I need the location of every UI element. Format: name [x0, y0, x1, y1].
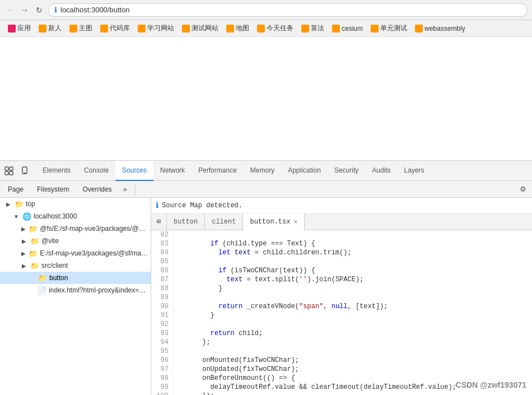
url-text: localhost:3000/button — [60, 6, 130, 14]
bookmark-apps[interactable]: 应用 — [4, 22, 34, 35]
sub-tab-page[interactable]: Page — [2, 181, 29, 198]
bookmark-cesium[interactable]: cesium — [329, 23, 366, 34]
sidebar-item-srcclient[interactable]: ▶ 📁 src/client — [0, 259, 151, 272]
sidebar-label-mapservice: E:/sf-map-vue3/packages/@sf/map-service.… — [40, 249, 148, 257]
code-content: 82 83 if (child.type === Text) { 84 let … — [151, 230, 532, 395]
sidebar-label-fs: @fs/E:/sf-map-vue3/packages/@sf/map-se..… — [40, 225, 148, 233]
file-tab-buttontsx-label: button.tsx — [250, 218, 290, 226]
folder-icon-srcclient: 📁 — [30, 262, 39, 270]
tab-application[interactable]: Application — [281, 161, 328, 181]
back-button[interactable]: ← — [4, 4, 16, 16]
folder-icon-fs: 📁 — [29, 225, 38, 233]
tab-layers[interactable]: Layers — [398, 161, 431, 181]
tab-console[interactable]: Console — [77, 161, 115, 181]
bookmark-todaytask[interactable]: 今天任务 — [254, 22, 297, 35]
devtools-sub-toolbar: Page Filesystem Overrides » ⚙ — [0, 181, 532, 198]
bookmark-codelib[interactable]: 代码库 — [97, 22, 133, 35]
info-icon: ℹ — [54, 6, 57, 14]
sub-toolbar-more-button[interactable]: » — [119, 185, 130, 193]
sidebar-label-srcclient: src/client — [41, 262, 68, 269]
file-tab-close-button[interactable]: ✕ — [293, 218, 297, 225]
file-sidebar: ▶ 📁 top ▼ 🌐 localhost:3000 ▶ 📁 @fs/E:/sf… — [0, 198, 151, 395]
svg-rect-2 — [5, 171, 8, 175]
sidebar-item-button[interactable]: 📁 button — [0, 272, 151, 284]
folder-icon-localhost: 🌐 — [22, 212, 31, 221]
sidebar-item-fs[interactable]: ▶ 📁 @fs/E:/sf-map-vue3/packages/@sf/map-… — [0, 222, 151, 235]
tab-audits[interactable]: Audits — [365, 161, 397, 181]
bookmark-unittest[interactable]: 单元测试 — [367, 22, 410, 35]
tab-performance[interactable]: Performance — [192, 161, 244, 181]
bookmark-cesium-label: cesium — [342, 25, 363, 32]
bookmark-learnsite[interactable]: 学习网站 — [134, 22, 178, 35]
tab-memory[interactable]: Memory — [244, 161, 281, 181]
page-content — [0, 37, 532, 160]
bookmark-cesium-icon — [332, 25, 340, 32]
sidebar-item-mapservice[interactable]: ▶ 📁 E:/sf-map-vue3/packages/@sf/map-serv… — [0, 247, 151, 259]
tab-network[interactable]: Network — [153, 161, 192, 181]
file-tab-collapse-icon[interactable]: ⊞ — [151, 213, 167, 230]
sidebar-item-localhost[interactable]: ▼ 🌐 localhost:3000 — [0, 210, 151, 222]
expand-arrow-srcclient: ▶ — [20, 263, 28, 269]
file-tab-button[interactable]: button — [167, 213, 205, 230]
forward-button[interactable]: → — [19, 4, 30, 16]
file-tab-client-label: client — [212, 218, 236, 226]
devtools-main-content: ▶ 📁 top ▼ 🌐 localhost:3000 ▶ 📁 @fs/E:/sf… — [0, 198, 532, 395]
file-tab-client[interactable]: client — [205, 213, 243, 230]
svg-rect-3 — [10, 171, 13, 175]
expand-arrow-fs: ▶ — [20, 226, 26, 232]
tab-elements[interactable]: Elements — [36, 161, 77, 181]
tab-sources[interactable]: Sources — [115, 161, 153, 181]
bookmark-todaytask-label: 今天任务 — [267, 24, 293, 33]
sidebar-label-localhost: localhost:3000 — [34, 212, 77, 220]
bookmark-testsite-label: 测试网站 — [192, 24, 218, 33]
devtools-icon-group — [2, 164, 31, 178]
folder-icon-mapservice: 📁 — [29, 249, 38, 258]
bookmark-codelib-icon — [100, 25, 108, 32]
bookmark-xinren-icon — [39, 25, 46, 32]
sidebar-label-vite: @vite — [41, 237, 59, 245]
code-line-96: 96 onMounted(fixTwoCNChar); — [151, 356, 532, 365]
bookmark-webassembly-icon — [415, 25, 423, 32]
sidebar-item-top[interactable]: ▶ 📁 top — [0, 198, 151, 210]
bookmark-zhutuh[interactable]: 主图 — [66, 22, 96, 35]
expand-arrow-top: ▶ — [4, 201, 12, 207]
devtools-device-button[interactable] — [18, 164, 31, 178]
devtools-inspect-button[interactable] — [2, 164, 16, 178]
code-line-100: 100 }); — [151, 392, 532, 395]
code-line-92: 92 — [151, 320, 532, 329]
devtools: Elements Console Sources Network Perform… — [0, 160, 532, 395]
sidebar-item-indexhtml[interactable]: 📄 index.html?html-proxy&index=0.css — [0, 284, 151, 296]
code-line-93: 93 return child; — [151, 329, 532, 338]
bookmark-webassembly[interactable]: webassembly — [412, 23, 469, 34]
bookmark-codelib-label: 代码库 — [110, 24, 130, 33]
code-line-88: 88 } — [151, 284, 532, 293]
bookmark-learnsite-label: 学习网站 — [147, 24, 174, 33]
code-line-90: 90 return _createVNode("span", null, [te… — [151, 302, 532, 311]
svg-rect-0 — [5, 167, 8, 170]
code-line-91: 91 } — [151, 311, 532, 320]
sidebar-item-vite[interactable]: ▶ 📁 @vite — [0, 235, 151, 247]
sub-toolbar-settings-button[interactable]: ⚙ — [516, 183, 530, 196]
bookmark-todaytask-icon — [257, 25, 265, 32]
sub-tab-filesystem[interactable]: Filesystem — [31, 181, 74, 198]
bookmark-testsite-icon — [182, 25, 190, 32]
bookmark-testsite[interactable]: 测试网站 — [179, 22, 222, 35]
code-line-94: 94 }; — [151, 338, 532, 347]
watermark: CSDN @zwf193071 — [456, 380, 526, 389]
bookmark-algorithm[interactable]: 算法 — [298, 22, 328, 35]
bookmark-map[interactable]: 地图 — [223, 22, 253, 35]
address-bar[interactable]: ℹ localhost:3000/button — [48, 3, 528, 17]
expand-arrow-vite: ▶ — [20, 238, 28, 244]
bookmark-map-icon — [226, 25, 234, 32]
source-map-text: Source Map detected. — [162, 202, 242, 210]
sub-tab-overrides[interactable]: Overrides — [77, 181, 117, 198]
bookmark-xinren[interactable]: 新人 — [35, 22, 65, 35]
folder-icon-vite: 📁 — [30, 237, 39, 245]
file-icon-indexhtml: 📄 — [38, 286, 46, 295]
refresh-button[interactable]: ↻ — [34, 4, 45, 16]
file-tab-buttontsx[interactable]: button.tsx ✕ — [243, 213, 305, 230]
bookmark-zhutuh-label: 主图 — [79, 24, 92, 33]
bookmark-webassembly-label: webassembly — [424, 25, 465, 32]
tab-security[interactable]: Security — [328, 161, 365, 181]
code-line-85: 85 — [151, 257, 532, 266]
